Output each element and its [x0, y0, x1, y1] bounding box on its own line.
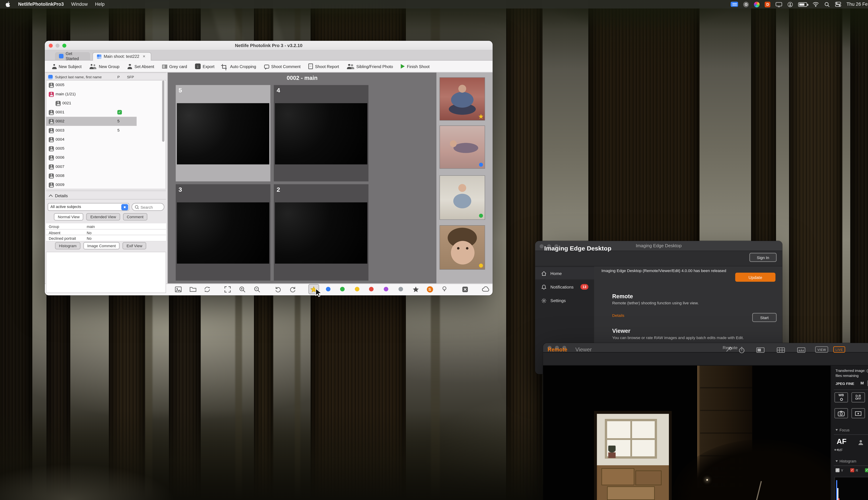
control-center-icon[interactable]: [835, 2, 842, 7]
apple-menu-icon[interactable]: [6, 1, 11, 8]
image-comment-box[interactable]: [46, 252, 166, 293]
tab-image-comment[interactable]: Image Comment: [83, 242, 120, 249]
display-layout-icon[interactable]: [756, 346, 765, 356]
new-group-button[interactable]: New Group: [89, 64, 119, 69]
tab-get-started[interactable]: Get Started: [55, 52, 90, 61]
update-button[interactable]: Update: [735, 273, 776, 282]
delete-icon[interactable]: [460, 285, 469, 294]
folder-icon[interactable]: [188, 285, 197, 294]
g-status-icon[interactable]: G: [743, 1, 749, 7]
histogram-section-header[interactable]: Histogram: [835, 459, 856, 463]
new-subject-button[interactable]: New Subject: [52, 64, 82, 69]
mf-mode[interactable]: MF: [838, 448, 843, 452]
details-link[interactable]: Details: [612, 314, 625, 318]
grid-view-icon[interactable]: [777, 346, 785, 356]
tab-extended-view[interactable]: Extended View: [87, 213, 120, 220]
focus-section-header[interactable]: Focus: [835, 428, 849, 432]
menu-item-help[interactable]: Help: [95, 2, 104, 7]
af-mode[interactable]: AF: [837, 437, 847, 446]
size-label[interactable]: M: [860, 381, 864, 385]
tab-viewer[interactable]: Viewer: [575, 346, 592, 353]
metering-button[interactable]: [851, 408, 865, 418]
photo-cell-2[interactable]: 2: [274, 184, 368, 281]
menu-clock[interactable]: Thu 26 Feb 15:32: [846, 2, 868, 7]
list-scrollbar[interactable]: [162, 81, 164, 142]
menu-item-window[interactable]: Window: [71, 2, 88, 7]
subject-row[interactable]: 0001: [46, 107, 165, 117]
film-frame-icon[interactable]: [867, 380, 868, 386]
search-field[interactable]: [132, 203, 164, 211]
close-window-button[interactable]: [49, 44, 53, 48]
photo-cell-4[interactable]: 4: [274, 85, 368, 181]
auto-cropping-button[interactable]: Auto Cropping: [222, 64, 256, 69]
shoot-comment-button[interactable]: Shoot Comment: [264, 64, 300, 69]
tab-normal-view[interactable]: Normal View: [54, 213, 83, 220]
channel-g-checkbox[interactable]: G: [865, 468, 868, 472]
tab-comment[interactable]: Comment: [123, 213, 147, 220]
photo-cell-5[interactable]: 5: [176, 85, 270, 181]
window-titlebar[interactable]: Netlife Photolink Pro 3 - v3.2.10: [45, 41, 493, 50]
group-row[interactable]: main (1/21): [46, 90, 165, 99]
cloud-icon[interactable]: [481, 285, 490, 294]
fullscreen-icon[interactable]: [223, 285, 232, 294]
lightbulb-icon[interactable]: [440, 285, 449, 294]
sony-remote-button[interactable]: S: [425, 285, 434, 294]
photo-thumbnail[interactable]: [275, 103, 367, 164]
channel-y-checkbox[interactable]: Y: [835, 468, 843, 472]
subject-row[interactable]: 0006: [46, 153, 165, 162]
picture-icon[interactable]: [173, 285, 182, 294]
column-sfp[interactable]: SFP: [127, 75, 134, 79]
zoom-out-icon[interactable]: [252, 285, 261, 294]
color-green-button[interactable]: [338, 285, 347, 294]
user-icon[interactable]: [788, 1, 793, 7]
export-button[interactable]: Export: [195, 64, 214, 69]
minimize-window-button[interactable]: [56, 44, 59, 48]
subject-list-header[interactable]: Subject last name, first name P SFP: [46, 73, 166, 80]
photo-cell-3[interactable]: 3: [176, 184, 270, 281]
rotate-cw-icon[interactable]: [288, 285, 297, 294]
battery-icon[interactable]: [798, 2, 808, 7]
color-app-icon[interactable]: [754, 1, 760, 7]
sibling-friend-photo-button[interactable]: Sibling/Friend Photo: [347, 64, 393, 69]
filmstrip-thumb-3[interactable]: [440, 176, 485, 219]
subject-row[interactable]: 0005: [46, 144, 165, 153]
photo-thumbnail[interactable]: [177, 103, 269, 164]
spotlight-icon[interactable]: [824, 1, 830, 7]
color-red-button[interactable]: [367, 285, 376, 294]
tab-main-shoot[interactable]: Main shoot: test222 ×: [92, 52, 151, 61]
filmstrip-thumb-4[interactable]: [440, 226, 485, 269]
photo-thumbnail[interactable]: [275, 202, 367, 264]
close-tab-icon[interactable]: ×: [143, 54, 145, 59]
photo-thumbnail[interactable]: [177, 202, 269, 264]
details-header[interactable]: Details: [46, 191, 166, 200]
tab-remote[interactable]: Remote: [548, 346, 567, 353]
color-purple-button[interactable]: [381, 285, 391, 294]
sign-in-button[interactable]: Sign In: [750, 253, 777, 262]
input-source-icon[interactable]: [731, 2, 738, 7]
subject-row[interactable]: 0008: [46, 171, 165, 180]
quality-label[interactable]: JPEG FINE: [835, 382, 854, 386]
color-gray-button[interactable]: [396, 285, 405, 294]
filmstrip-thumb-2[interactable]: [440, 126, 485, 168]
subject-row-selected[interactable]: 00025: [46, 117, 165, 126]
wifi-icon[interactable]: [812, 2, 819, 7]
white-balance-button[interactable]: WB: [834, 393, 848, 402]
dro-button[interactable]: D-R OFF: [851, 393, 865, 402]
subject-filter-dropdown[interactable]: All active subjects: [48, 203, 129, 211]
d-app-icon[interactable]: D: [765, 1, 770, 7]
column-name[interactable]: Subject last name, first name: [55, 75, 102, 79]
color-blue-button[interactable]: [323, 285, 333, 294]
view-button[interactable]: VIEW: [815, 346, 829, 353]
subject-row[interactable]: 0009: [46, 180, 165, 189]
sync-icon[interactable]: [203, 285, 212, 294]
face-priority-icon[interactable]: [857, 438, 864, 448]
subject-row[interactable]: 0004: [46, 135, 165, 144]
finish-shoot-button[interactable]: Finish Shoot: [401, 64, 430, 69]
exposure-meter-icon[interactable]: [797, 346, 806, 356]
channel-r-checkbox[interactable]: R: [850, 468, 858, 472]
color-yellow-button[interactable]: [353, 285, 362, 294]
display-icon[interactable]: [776, 1, 783, 7]
tab-exif-view[interactable]: Exif View: [123, 242, 146, 249]
rotate-ccw-icon[interactable]: [273, 285, 282, 294]
tether-icon[interactable]: [726, 346, 733, 356]
